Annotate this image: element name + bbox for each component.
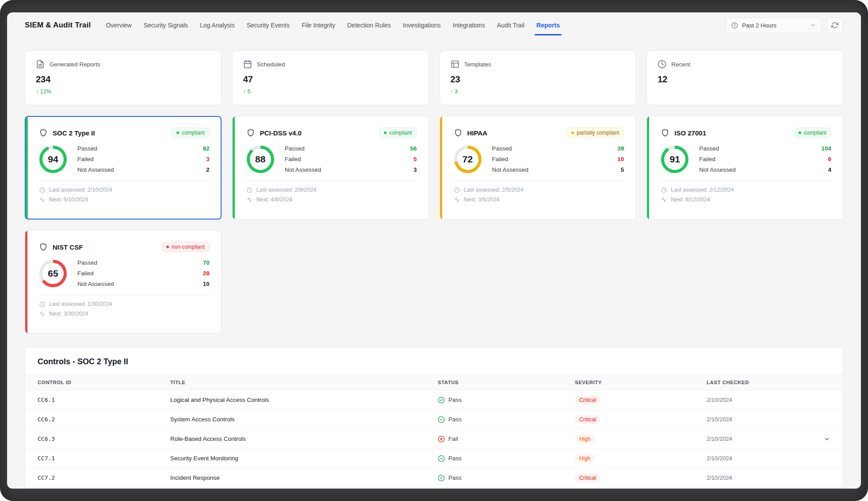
check-circle-icon (438, 474, 445, 482)
app-title: SIEM & Audit Trail (25, 12, 91, 38)
failed-label: Failed (492, 156, 509, 162)
control-title: Role-Based Access Controls (170, 435, 438, 442)
next-assessment-text: Next: 3/30/2024 (49, 311, 88, 317)
table-row[interactable]: CC7.1 Security Event Monitoring Pass Hig… (25, 449, 843, 468)
framework-name: NIST CSF (53, 243, 83, 251)
last-checked: 2/10/2024 (707, 474, 813, 481)
failed-value: 28 (203, 270, 210, 277)
nav-tab-file-integrity[interactable]: File Integrity (302, 12, 335, 38)
score-value: 91 (670, 154, 680, 165)
table-row[interactable]: CC6.2 System Access Controls Pass Critic… (25, 410, 843, 429)
calendar-icon (243, 60, 252, 69)
time-range-dropdown[interactable]: Past 2 Hours (726, 17, 822, 33)
nav-tab-integrations[interactable]: Integrations (453, 12, 485, 38)
table-header: CONTROL ID TITLE STATUS SEVERITY LAST CH… (25, 374, 843, 390)
refresh-button[interactable] (826, 17, 843, 33)
last-checked: 2/10/2024 (707, 455, 813, 462)
file-text-icon (36, 60, 45, 69)
score-gauge: 72 (454, 146, 482, 173)
control-id: CC7.1 (38, 455, 170, 462)
x-circle-icon (438, 435, 445, 443)
severity-badge: High (575, 454, 595, 463)
control-id: CC6.2 (38, 416, 170, 423)
compliance-card[interactable]: HIPAA partially compliant 72 Passed 39 F… (440, 116, 636, 220)
controls-panel: Controls - SOC 2 Type II CONTROL ID TITL… (25, 347, 843, 488)
score-gauge: 91 (661, 146, 688, 173)
activity-icon (247, 197, 252, 203)
failed-value: 6 (828, 156, 831, 162)
next-assessment-text: Next: 3/5/2024 (464, 197, 500, 203)
failed-value: 5 (413, 156, 417, 162)
header: SIEM & Audit Trail Overview Security Sig… (25, 12, 843, 38)
stat-trend: ↑ 5 (243, 89, 418, 95)
col-header-severity: SEVERITY (575, 380, 707, 385)
stats-row: Generated Reports 234 ↑ 12% Scheduled 47… (25, 50, 843, 105)
stat-card: Scheduled 47 ↑ 5 (232, 50, 429, 105)
last-assessed-text: Last assessed: 2/5/2024 (464, 187, 524, 193)
not-assessed-value: 2 (206, 166, 210, 173)
shield-icon (39, 243, 47, 251)
nav-tab-detection-rules[interactable]: Detection Rules (347, 12, 391, 38)
compliance-grid: SOC 2 Type II compliant 94 Passed 82 Fai… (25, 116, 843, 334)
status-text: Pass (448, 474, 462, 481)
control-title: Incident Response (170, 474, 438, 481)
stat-value: 47 (243, 74, 418, 85)
not-assessed-value: 4 (828, 166, 831, 173)
refresh-icon (831, 22, 838, 29)
nav-tab-security-events[interactable]: Security Events (247, 12, 290, 38)
passed-value: 70 (203, 259, 210, 266)
chevron-down-icon[interactable] (823, 435, 830, 443)
clock-icon (39, 187, 45, 193)
score-value: 65 (48, 268, 58, 279)
status-text: Pass (448, 397, 462, 403)
last-assessed-text: Last assessed: 1/30/2024 (49, 301, 112, 307)
score-value: 94 (48, 154, 58, 165)
compliance-status-badge: compliant (794, 127, 831, 138)
main-nav: Overview Security Signals Log Analysis S… (106, 12, 560, 38)
compliance-card[interactable]: PCI-DSS v4.0 compliant 88 Passed 56 Fail… (232, 116, 429, 220)
last-assessed-text: Last assessed: 2/8/2024 (256, 187, 317, 193)
score-gauge: 88 (247, 146, 274, 173)
window-frame: SIEM & Audit Trail Overview Security Sig… (0, 0, 868, 501)
status-text: Pass (448, 416, 462, 423)
badge-dot (799, 131, 801, 134)
table-row[interactable]: CC6.3 Role-Based Access Controls Fail Hi… (25, 429, 843, 449)
passed-label: Passed (77, 145, 97, 152)
compliance-card[interactable]: SOC 2 Type II compliant 94 Passed 82 Fai… (25, 116, 222, 220)
table-row[interactable]: CC7.2 Incident Response Pass Critical 2/… (25, 468, 843, 488)
compliance-card[interactable]: ISO 27001 compliant 91 Passed 104 Failed… (646, 116, 843, 220)
nav-tab-investigations[interactable]: Investigations (403, 12, 441, 38)
score-value: 88 (255, 154, 265, 165)
stat-card: Recent 12 (646, 50, 843, 105)
template-icon (451, 60, 459, 69)
nav-tab-security-signals[interactable]: Security Signals (144, 12, 188, 38)
col-header-last-checked: LAST CHECKED (707, 380, 813, 385)
control-title: Logical and Physical Access Controls (170, 397, 438, 403)
score-gauge: 94 (39, 146, 67, 173)
not-assessed-label: Not Assessed (77, 281, 114, 287)
nav-tab-log-analysis[interactable]: Log Analysis (200, 12, 235, 38)
stat-card: Generated Reports 234 ↑ 12% (25, 50, 222, 105)
shield-icon (39, 129, 47, 137)
not-assessed-label: Not Assessed (699, 166, 736, 173)
failed-label: Failed (77, 270, 94, 277)
next-assessment-text: Next: 4/8/2024 (256, 197, 292, 203)
compliance-card[interactable]: NIST CSF non compliant 65 Passed 70 Fail… (25, 230, 222, 334)
nav-tab-reports[interactable]: Reports (536, 12, 560, 38)
table-row[interactable]: CC6.1 Logical and Physical Access Contro… (25, 390, 843, 410)
badge-dot (166, 246, 169, 248)
badge-dot (176, 131, 179, 134)
controls-title: Controls - SOC 2 Type II (25, 357, 843, 366)
passed-value: 56 (410, 145, 417, 152)
table-body: CC6.1 Logical and Physical Access Contro… (25, 390, 843, 488)
stat-label: Recent (671, 61, 690, 68)
nav-tab-audit-trail[interactable]: Audit Trail (497, 12, 524, 38)
nav-tab-overview[interactable]: Overview (106, 12, 131, 38)
compliance-status-badge: compliant (379, 127, 417, 138)
failed-value: 3 (206, 156, 210, 162)
score-value: 72 (463, 154, 473, 165)
severity-badge: Critical (575, 415, 600, 424)
compliance-status-badge: partially compliant (566, 127, 624, 138)
shield-icon (454, 129, 462, 137)
passed-label: Passed (492, 145, 512, 152)
